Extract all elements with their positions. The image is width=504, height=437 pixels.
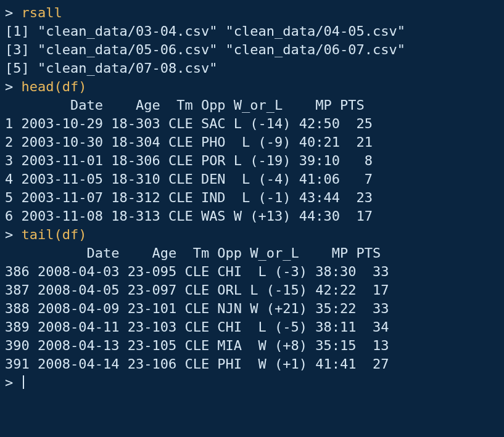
output-line: Date Age Tm Opp W_or_L MP PTS <box>5 97 365 113</box>
output-line: [1] "clean_data/03-04.csv" "clean_data/0… <box>5 23 405 39</box>
output-line: 4 2003-11-05 18-310 CLE DEN L (-4) 41:06… <box>5 171 373 187</box>
output-line: 386 2008-04-03 23-095 CLE CHI L (-3) 38:… <box>5 264 389 279</box>
output-line: [3] "clean_data/05-06.csv" "clean_data/0… <box>5 42 405 57</box>
output-line: [5] "clean_data/07-08.csv" <box>5 60 217 76</box>
output-line: Date Age Tm Opp W_or_L MP PTS <box>5 245 381 261</box>
r-console-terminal[interactable]: > rsall [1] "clean_data/03-04.csv" "clea… <box>0 0 504 396</box>
output-line: 391 2008-04-14 23-106 CLE PHI W (+1) 41:… <box>5 356 389 372</box>
command-text: tail(df) <box>22 227 87 242</box>
command-text: rsall <box>22 5 62 20</box>
prompt-symbol: > <box>5 375 13 390</box>
output-line: 3 2003-11-01 18-306 CLE POR L (-19) 39:1… <box>5 153 373 168</box>
output-line: 387 2008-04-05 23-097 CLE ORL L (-15) 42… <box>5 282 389 298</box>
input-cursor[interactable] <box>23 375 24 389</box>
prompt-symbol: > <box>5 79 13 94</box>
output-line: 6 2003-11-08 18-313 CLE WAS W (+13) 44:3… <box>5 208 373 224</box>
output-line: 1 2003-10-29 18-303 CLE SAC L (-14) 42:5… <box>5 116 373 131</box>
output-line: 390 2008-04-13 23-105 CLE MIA W (+8) 35:… <box>5 338 389 353</box>
command-text: head(df) <box>22 79 87 94</box>
prompt-symbol: > <box>5 5 13 20</box>
output-line: 2 2003-10-30 18-304 CLE PHO L (-9) 40:21… <box>5 134 373 150</box>
prompt-symbol: > <box>5 227 13 242</box>
output-line: 388 2008-04-09 23-101 CLE NJN W (+21) 35… <box>5 301 389 316</box>
output-line: 389 2008-04-11 23-103 CLE CHI L (-5) 38:… <box>5 319 389 335</box>
output-line: 5 2003-11-07 18-312 CLE IND L (-1) 43:44… <box>5 190 373 205</box>
